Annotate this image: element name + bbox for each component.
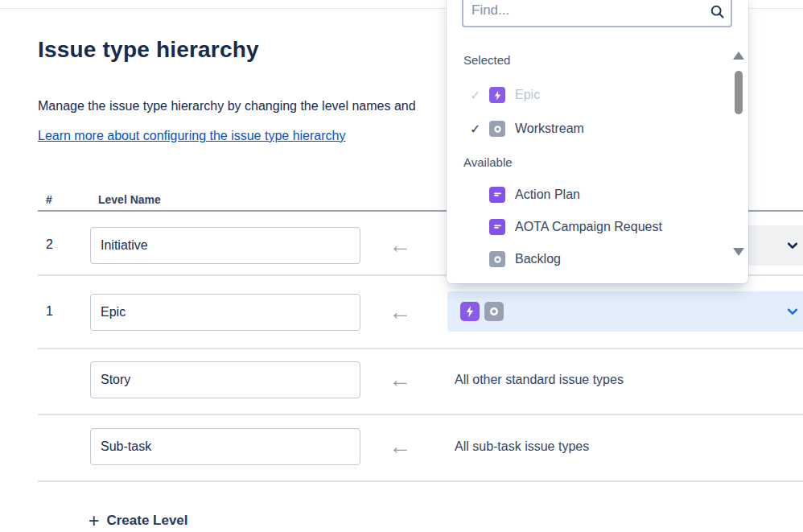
dropdown-item-label: AOTA Campaign Request	[515, 220, 662, 234]
dropdown-item-aota-campaign-request[interactable]: AOTA Campaign Request	[447, 216, 728, 240]
plus-icon: +	[89, 512, 99, 530]
dropdown-search-input[interactable]	[462, 0, 732, 27]
chevron-down-icon	[785, 304, 800, 319]
level-name-input-epic[interactable]	[90, 294, 360, 331]
dropdown-item-label: Workstream	[515, 122, 584, 136]
create-level-label: Create Level	[106, 513, 187, 529]
left-arrow-icon: ←	[389, 435, 411, 458]
page-description: Manage the issue type hierarchy by chang…	[38, 99, 447, 113]
epic-bolt-icon	[460, 302, 480, 321]
epic-bolt-icon	[489, 87, 505, 103]
row-divider	[38, 480, 803, 482]
workstream-circle-icon	[484, 302, 504, 321]
left-arrow-icon: ←	[389, 234, 411, 257]
dropdown-section-selected: Selected	[463, 53, 510, 67]
scroll-up-arrow-icon[interactable]	[733, 52, 744, 60]
level-name-input-initiative[interactable]	[90, 227, 360, 264]
dropdown-item-backlog[interactable]: Backlog	[447, 248, 728, 272]
left-arrow-icon: ←	[389, 301, 411, 324]
workstream-circle-icon	[489, 121, 505, 137]
level-name-input-subtask[interactable]	[90, 428, 360, 465]
create-level-button[interactable]: + Create Level	[89, 512, 188, 530]
subtask-issue-types-text: All sub-task issue types	[455, 439, 589, 454]
document-icon	[489, 187, 505, 203]
dropdown-item-action-plan[interactable]: Action Plan	[447, 184, 728, 208]
dropdown-item-epic[interactable]: ✓ Epic	[447, 84, 728, 108]
page-title: Issue type hierarchy	[38, 37, 259, 63]
dropdown-item-label: Action Plan	[515, 188, 580, 202]
search-icon	[709, 3, 726, 20]
check-icon: ✓	[470, 122, 480, 137]
scrollbar-thumb[interactable]	[735, 71, 743, 114]
column-header-level-name: Level Name	[98, 193, 161, 206]
issue-types-dropdown: Selected ✓ Epic ✓ Workstream Available A…	[447, 0, 748, 283]
story-issue-types-text: All other standard issue types	[455, 373, 624, 387]
dropdown-scrollbar[interactable]	[732, 50, 745, 266]
dropdown-section-available: Available	[463, 155, 513, 169]
learn-more-link[interactable]: Learn more about configuring the issue t…	[38, 129, 345, 143]
left-arrow-icon: ←	[389, 369, 411, 391]
level-name-input-story[interactable]	[90, 361, 360, 398]
epic-issue-types-select-open[interactable]	[447, 291, 803, 332]
dropdown-item-workstream[interactable]: ✓ Workstream	[447, 118, 728, 142]
row-divider	[38, 348, 803, 349]
chevron-down-icon	[785, 238, 800, 253]
row-divider	[38, 414, 803, 415]
dropdown-item-label: Epic	[515, 88, 540, 102]
check-icon: ✓	[470, 88, 480, 103]
document-icon	[489, 219, 505, 235]
level-number: 2	[46, 237, 53, 252]
level-number: 1	[46, 304, 53, 319]
issue-type-hierarchy-page: Issue type hierarchy Manage the issue ty…	[0, 0, 803, 532]
column-header-number: #	[46, 193, 52, 206]
dropdown-item-label: Backlog	[515, 252, 561, 266]
backlog-circle-icon	[489, 251, 505, 267]
scroll-down-arrow-icon[interactable]	[733, 248, 744, 256]
